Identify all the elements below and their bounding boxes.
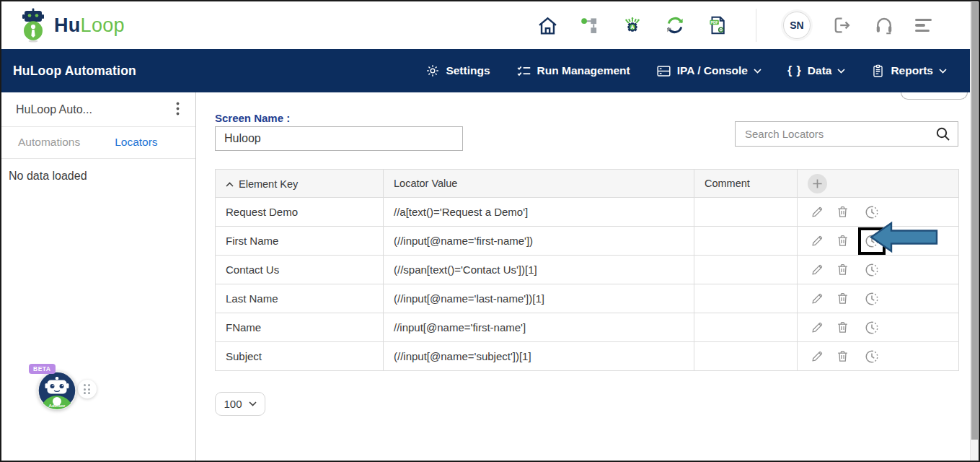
ai-gear-icon[interactable]: A bbox=[621, 14, 644, 37]
cell-element-key: Contact Us bbox=[216, 256, 384, 284]
cell-actions bbox=[798, 342, 959, 371]
logout-icon[interactable] bbox=[830, 14, 853, 37]
delete-button[interactable] bbox=[833, 203, 852, 222]
nav-label: Settings bbox=[446, 64, 490, 77]
pencil-icon bbox=[811, 263, 824, 276]
huloop-logo[interactable]: HuLoop bbox=[19, 8, 125, 43]
svg-text:A: A bbox=[631, 25, 635, 30]
kebab-icon bbox=[176, 102, 180, 116]
svg-text:PDF: PDF bbox=[710, 20, 718, 25]
pencil-icon bbox=[811, 205, 824, 219]
nav-item-settings[interactable]: Settings bbox=[425, 64, 490, 78]
cell-element-key: Last Name bbox=[216, 284, 384, 313]
add-locator-button[interactable] bbox=[808, 174, 827, 193]
delete-button[interactable] bbox=[833, 347, 852, 366]
advisor-drag-handle[interactable] bbox=[78, 380, 97, 398]
tab-locators[interactable]: Locators bbox=[115, 136, 157, 149]
edit-button[interactable] bbox=[808, 289, 826, 308]
cell-locator-value: (//input[@name='subject'])[1] bbox=[384, 342, 694, 371]
cell-actions bbox=[798, 198, 959, 227]
history-button[interactable] bbox=[858, 227, 886, 255]
sync-icon[interactable] bbox=[663, 14, 687, 37]
menu-icon[interactable] bbox=[915, 19, 934, 32]
sort-asc-icon[interactable] bbox=[226, 178, 234, 189]
chevron-down-icon bbox=[837, 69, 845, 74]
edit-button[interactable] bbox=[808, 203, 826, 222]
page-size-select[interactable]: 100 bbox=[215, 392, 265, 416]
pdf-export-icon[interactable]: PDF bbox=[706, 14, 729, 37]
home-icon[interactable] bbox=[536, 14, 559, 37]
table-header-row: Element Key Locator Value Comment bbox=[216, 170, 959, 198]
delete-button[interactable] bbox=[833, 318, 852, 337]
app-window: HuLoop bbox=[0, 0, 980, 462]
table-row: Contact Us (//span[text()='Contact Us'])… bbox=[216, 256, 959, 284]
sidebar: HuLoop Auto... Automations Locators No d… bbox=[1, 92, 196, 461]
pencil-icon bbox=[811, 234, 824, 248]
edit-button[interactable] bbox=[808, 318, 826, 337]
nav-item-data[interactable]: { } Data bbox=[787, 64, 846, 77]
edit-button[interactable] bbox=[808, 232, 826, 250]
beta-badge: BETA bbox=[29, 364, 56, 374]
cell-element-key: Request Demo bbox=[216, 198, 384, 227]
nav-label: Data bbox=[808, 64, 832, 77]
history-button[interactable] bbox=[858, 343, 886, 370]
header-icon-group: A PDF bbox=[536, 9, 934, 42]
cell-actions bbox=[798, 284, 959, 313]
table-row: First Name (//input[@name='first-name']) bbox=[216, 227, 959, 256]
report-icon bbox=[871, 64, 885, 79]
nav-item-reports[interactable]: Reports bbox=[871, 64, 947, 79]
app-title: HuLoop Automation bbox=[13, 64, 136, 79]
nav-label: Run Management bbox=[537, 64, 630, 77]
vertical-scrollbar[interactable] bbox=[970, 1, 979, 461]
advisor-bot-icon[interactable]: Advisor bbox=[37, 371, 76, 410]
gear-icon bbox=[425, 64, 440, 78]
delete-button[interactable] bbox=[833, 232, 852, 250]
cell-element-key: Subject bbox=[216, 342, 384, 371]
cell-actions bbox=[798, 256, 959, 284]
huloop-robot-icon bbox=[19, 8, 48, 43]
column-header-element-key[interactable]: Element Key bbox=[216, 170, 384, 198]
headset-icon[interactable] bbox=[873, 14, 896, 37]
cell-locator-value: (//input[@name='first-name']) bbox=[384, 227, 694, 256]
history-button[interactable] bbox=[858, 256, 886, 284]
pencil-icon bbox=[811, 349, 824, 363]
advisor-widget[interactable]: BETA Advisor bbox=[29, 368, 98, 419]
delete-button[interactable] bbox=[833, 261, 852, 279]
pencil-icon bbox=[811, 292, 824, 305]
cell-actions bbox=[798, 227, 959, 256]
search-input[interactable] bbox=[735, 121, 958, 147]
edit-button[interactable] bbox=[808, 347, 826, 366]
main-navbar: HuLoop Automation Settings Run Managemen… bbox=[1, 49, 979, 92]
search-icon[interactable] bbox=[934, 125, 953, 144]
edit-button[interactable] bbox=[808, 261, 826, 279]
tab-automations[interactable]: Automations bbox=[18, 136, 80, 149]
history-clock-icon bbox=[864, 204, 880, 220]
history-button[interactable] bbox=[858, 314, 886, 341]
cutoff-button[interactable] bbox=[901, 92, 968, 100]
delete-button[interactable] bbox=[833, 289, 852, 308]
history-clock-icon bbox=[864, 349, 880, 365]
nav-item-ipa-console[interactable]: IPA / Console bbox=[656, 64, 762, 79]
screen-name-label: Screen Name : bbox=[215, 112, 290, 124]
history-clock-icon bbox=[864, 320, 880, 336]
project-menu-button[interactable] bbox=[176, 102, 180, 118]
user-initials: SN bbox=[790, 19, 803, 31]
search-locators bbox=[735, 121, 958, 147]
trash-icon bbox=[836, 321, 849, 334]
cell-locator-value: //a[text()='Request a Demo'] bbox=[384, 198, 694, 227]
screen-name-input[interactable] bbox=[215, 126, 463, 151]
cell-actions bbox=[798, 313, 959, 342]
column-header-locator-value[interactable]: Locator Value bbox=[384, 170, 694, 198]
locators-table: Element Key Locator Value Comment Reques… bbox=[215, 169, 959, 371]
nav-item-run-management[interactable]: Run Management bbox=[516, 64, 630, 79]
huloop-wordmark: HuLoop bbox=[54, 16, 125, 35]
history-button[interactable] bbox=[858, 285, 886, 313]
sitemap-icon[interactable] bbox=[578, 14, 601, 37]
user-avatar[interactable]: SN bbox=[783, 12, 811, 39]
history-clock-icon bbox=[864, 291, 880, 307]
history-button[interactable] bbox=[858, 199, 886, 226]
trash-icon bbox=[836, 292, 849, 305]
scrollbar-thumb[interactable] bbox=[971, 2, 978, 440]
cell-comment bbox=[694, 256, 798, 284]
column-header-comment[interactable]: Comment bbox=[694, 170, 798, 198]
